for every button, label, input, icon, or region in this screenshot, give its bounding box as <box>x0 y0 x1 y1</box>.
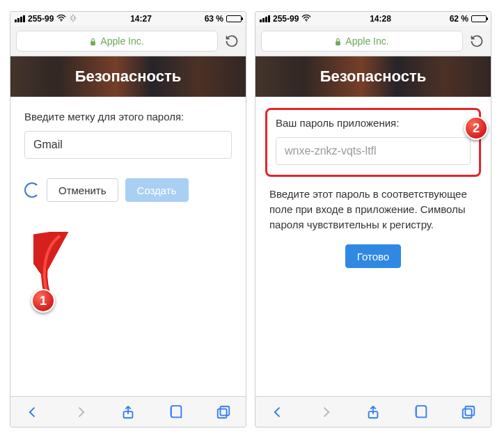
phone-left: 255-99 14:27 63 % Apple Inc. <box>10 11 246 427</box>
bookmarks-button[interactable] <box>166 402 186 422</box>
url-bar: Apple Inc. <box>255 26 491 56</box>
svg-line-7 <box>71 19 72 20</box>
svg-rect-17 <box>465 406 474 415</box>
reload-button[interactable] <box>468 33 485 49</box>
back-button[interactable] <box>23 402 42 422</box>
wifi-icon <box>301 14 311 24</box>
svg-rect-9 <box>90 41 95 45</box>
svg-line-6 <box>74 19 76 20</box>
loading-indicator-icon <box>69 14 77 24</box>
svg-rect-18 <box>463 409 472 418</box>
url-host: Apple Inc. <box>100 36 143 47</box>
url-bar: Apple Inc. <box>10 26 246 56</box>
phone-right: 255-99 14:28 62 % Apple Inc. <box>255 11 491 427</box>
svg-line-8 <box>74 16 76 17</box>
callout-badge-1: 1 <box>31 289 55 313</box>
instructions-text: Введите этот пароль в соответствующее по… <box>269 187 477 232</box>
svg-rect-11 <box>220 406 229 415</box>
hero-banner: Безопасность <box>255 56 491 97</box>
address-field[interactable]: Apple Inc. <box>16 31 218 52</box>
forward-button[interactable] <box>71 402 90 422</box>
page-content: Безопасность Ваш пароль приложения: Введ… <box>255 56 491 396</box>
signal-icon <box>15 15 25 22</box>
forward-button[interactable] <box>316 402 336 422</box>
address-field[interactable]: Apple Inc. <box>261 31 463 52</box>
wifi-icon <box>56 14 66 24</box>
highlighted-region: Ваш пароль приложения: <box>265 108 481 177</box>
share-button[interactable] <box>363 402 383 422</box>
status-bar: 255-99 14:27 63 % <box>10 12 246 26</box>
page-title: Безопасность <box>320 68 427 86</box>
app-password-field[interactable] <box>276 137 471 165</box>
create-button[interactable]: Создать <box>125 178 189 202</box>
result-label: Ваш пароль приложения: <box>276 117 471 129</box>
lock-icon <box>90 37 96 45</box>
svg-rect-15 <box>336 41 340 45</box>
done-button[interactable]: Готово <box>345 244 401 268</box>
loading-spinner-icon <box>24 182 40 198</box>
svg-rect-12 <box>218 409 227 418</box>
svg-point-0 <box>61 20 63 22</box>
carrier-label: 255-99 <box>28 14 54 24</box>
share-button[interactable] <box>118 402 138 422</box>
signal-icon <box>260 15 270 22</box>
safari-toolbar <box>255 396 491 427</box>
svg-line-5 <box>71 16 72 17</box>
battery-icon <box>226 15 242 22</box>
password-label-input[interactable] <box>24 131 232 159</box>
tabs-button[interactable] <box>214 402 233 422</box>
back-button[interactable] <box>268 402 288 422</box>
input-label: Введите метку для этого пароля: <box>24 111 232 123</box>
clock: 14:27 <box>130 14 152 24</box>
cancel-button[interactable]: Отменить <box>47 178 118 202</box>
svg-point-14 <box>306 20 308 22</box>
carrier-label: 255-99 <box>273 14 299 24</box>
hero-banner: Безопасность <box>10 56 246 97</box>
page-title: Безопасность <box>75 68 182 86</box>
url-host: Apple Inc. <box>345 36 388 47</box>
clock: 14:28 <box>370 14 391 24</box>
reload-button[interactable] <box>223 33 240 49</box>
battery-pct: 63 % <box>205 14 223 24</box>
bookmarks-button[interactable] <box>411 402 431 422</box>
battery-pct: 62 % <box>450 14 468 24</box>
lock-icon <box>335 37 341 45</box>
callout-badge-2: 2 <box>464 116 488 140</box>
status-bar: 255-99 14:28 62 % <box>255 12 491 26</box>
battery-icon <box>471 15 487 22</box>
tabs-button[interactable] <box>459 402 478 422</box>
page-content: Безопасность Введите метку для этого пар… <box>10 56 246 396</box>
safari-toolbar <box>10 396 246 427</box>
